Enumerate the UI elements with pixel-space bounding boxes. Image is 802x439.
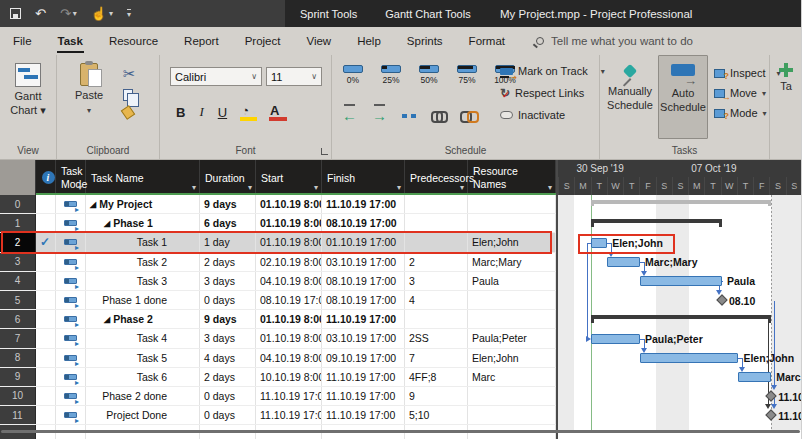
contextual-tab-sprint-tools[interactable]: Sprint Tools: [300, 8, 357, 20]
predecessors-cell[interactable]: [405, 214, 468, 232]
milestone-diamond-icon[interactable]: [716, 294, 727, 305]
cut-icon[interactable]: ✂: [123, 65, 136, 83]
task-row-9[interactable]: 9Task 62 days10.10.19 8:0011.10.19 17:00…: [0, 368, 556, 387]
predecessors-cell[interactable]: [405, 233, 468, 251]
predecessors-cell[interactable]: [405, 310, 468, 328]
task-mode-cell[interactable]: [56, 214, 86, 232]
info-cell[interactable]: [36, 406, 56, 424]
row-number[interactable]: 9: [0, 368, 36, 386]
column-header-start[interactable]: Start▾: [256, 160, 322, 195]
task-row-7[interactable]: 7Task 43 days01.10.19 8:0003.10.19 17:00…: [0, 329, 556, 348]
task-row-4[interactable]: 4Task 33 days04.10.19 8:0008.10.19 17:00…: [0, 272, 556, 291]
finish-cell[interactable]: 01.10.19 17:00: [322, 233, 405, 251]
task-mode-cell[interactable]: [56, 272, 86, 290]
tab-sprints[interactable]: Sprints: [394, 27, 456, 55]
row-number[interactable]: 0: [0, 195, 36, 213]
duration-cell[interactable]: 6 days: [200, 214, 256, 232]
percent-75-button[interactable]: 75%: [452, 65, 482, 85]
column-header-resource-names[interactable]: ResourceNames▾: [468, 160, 556, 195]
start-cell[interactable]: 08.10.19 17:00: [256, 291, 322, 309]
start-cell[interactable]: 04.10.19 8:00: [256, 349, 322, 367]
tab-resource[interactable]: Resource: [96, 27, 171, 55]
finish-cell[interactable]: 11.10.19 17:00: [322, 387, 405, 405]
manually-schedule-button[interactable]: Manually Schedule: [604, 55, 656, 139]
collapse-triangle-icon[interactable]: ◢: [104, 315, 110, 324]
row-number[interactable]: 11: [0, 406, 36, 424]
collapse-triangle-icon[interactable]: ◢: [104, 219, 110, 228]
duration-cell[interactable]: 4 days: [200, 349, 256, 367]
task-bar[interactable]: [640, 276, 722, 286]
duration-cell[interactable]: 0 days: [200, 387, 256, 405]
task-name-cell[interactable]: Task 5: [86, 349, 200, 367]
indent-task-icon[interactable]: →: [372, 107, 387, 124]
task-mode-cell[interactable]: [56, 253, 86, 271]
start-cell[interactable]: 04.10.19 8:00: [256, 272, 322, 290]
info-cell[interactable]: ✓: [36, 233, 56, 251]
project-summary-bar[interactable]: [591, 200, 771, 209]
tab-view[interactable]: View: [293, 27, 344, 55]
resource-names-cell[interactable]: Paula;Peter: [468, 329, 556, 347]
paste-button[interactable]: Paste ▾: [67, 55, 111, 139]
duration-cell[interactable]: 1 day: [200, 233, 256, 251]
split-task-icon[interactable]: [402, 111, 416, 121]
task-mode-cell[interactable]: [56, 310, 86, 328]
auto-schedule-button[interactable]: Auto Schedule: [658, 55, 708, 139]
row-number[interactable]: 7: [0, 329, 36, 347]
column-header-info[interactable]: i: [36, 160, 56, 195]
tab-report[interactable]: Report: [171, 27, 232, 55]
task-row-6[interactable]: 6◢Phase 29 days01.10.19 8:0011.10.19 17:…: [0, 310, 556, 329]
task-name-cell[interactable]: Phase 1 done: [86, 291, 200, 309]
column-header-task-name[interactable]: Task Name▾: [86, 160, 200, 195]
row-number[interactable]: 4: [0, 272, 36, 290]
undo-icon[interactable]: ↶: [35, 6, 46, 21]
unlink-tasks-icon[interactable]: [460, 111, 474, 120]
format-painter-icon[interactable]: [121, 105, 136, 120]
column-header-task-mode[interactable]: TaskMode▾: [56, 160, 86, 195]
info-cell[interactable]: [36, 214, 56, 232]
row-number[interactable]: 5: [0, 291, 36, 309]
task-row-5[interactable]: 5Phase 1 done0 days08.10.19 17:0008.10.1…: [0, 291, 556, 310]
finish-cell[interactable]: 08.10.19 17:00: [322, 272, 405, 290]
font-dialog-launcher-icon[interactable]: [321, 148, 328, 155]
task-name-cell[interactable]: Phase 2 done: [86, 387, 200, 405]
row-number[interactable]: 3: [0, 253, 36, 271]
phase-summary-bar[interactable]: [591, 219, 722, 228]
resource-names-cell[interactable]: [468, 406, 556, 424]
resource-names-cell[interactable]: [468, 195, 556, 213]
duration-cell[interactable]: 2 days: [200, 253, 256, 271]
task-mode-cell[interactable]: [56, 368, 86, 386]
tell-me-search[interactable]: Tell me what you want to do: [536, 35, 693, 47]
link-tasks-icon[interactable]: [431, 111, 445, 120]
task-row-11[interactable]: 11Project Done0 days11.10.19 17:0011.10.…: [0, 406, 556, 425]
duration-cell[interactable]: 3 days: [200, 272, 256, 290]
finish-cell[interactable]: 09.10.19 17:00: [322, 349, 405, 367]
task-bar[interactable]: [607, 257, 640, 267]
info-cell[interactable]: [36, 272, 56, 290]
start-cell[interactable]: 01.10.19 8:00: [256, 329, 322, 347]
task-name-cell[interactable]: ◢My Project: [86, 195, 200, 213]
font-size-combo[interactable]: 11∨: [266, 67, 322, 86]
task-mode-cell[interactable]: [56, 195, 86, 213]
task-row-8[interactable]: 8Task 54 days04.10.19 8:0009.10.19 17:00…: [0, 349, 556, 368]
task-name-cell[interactable]: Task 1: [86, 233, 200, 251]
respect-links-button[interactable]: ↻ Respect Links: [500, 86, 605, 100]
task-bar[interactable]: [738, 372, 771, 382]
info-cell[interactable]: [36, 253, 56, 271]
finish-cell[interactable]: 11.10.19 17:00: [322, 310, 405, 328]
resource-names-cell[interactable]: Marc: [468, 368, 556, 386]
info-cell[interactable]: [36, 329, 56, 347]
predecessors-cell[interactable]: 3: [405, 272, 468, 290]
task-mode-cell[interactable]: [56, 349, 86, 367]
row-number[interactable]: 2: [0, 233, 36, 251]
finish-cell[interactable]: 03.10.19 17:00: [322, 329, 405, 347]
font-color-button[interactable]: A▾: [270, 103, 286, 120]
resource-names-cell[interactable]: Paula: [468, 272, 556, 290]
duration-cell[interactable]: 0 days: [200, 406, 256, 424]
task-bar[interactable]: [591, 334, 640, 344]
outdent-task-icon[interactable]: ←: [342, 107, 357, 124]
resource-names-cell[interactable]: Elen;John: [468, 233, 556, 251]
column-header-duration[interactable]: Duration▾: [200, 160, 256, 195]
task-name-cell[interactable]: Task 2: [86, 253, 200, 271]
resource-names-cell[interactable]: Marc;Mary: [468, 253, 556, 271]
gantt-chart-button[interactable]: Gantt Chart ▾: [0, 55, 56, 139]
